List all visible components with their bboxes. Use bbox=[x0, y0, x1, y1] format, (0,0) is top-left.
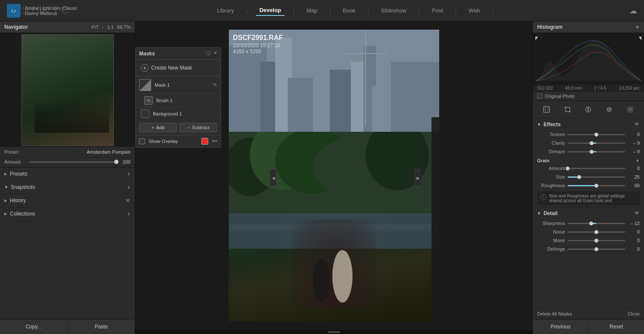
nav-slideshow[interactable]: Slideshow bbox=[377, 6, 410, 15]
preset-amount-thumb[interactable] bbox=[114, 160, 118, 164]
grain-arrow[interactable]: ▼ bbox=[635, 158, 640, 163]
nav-library[interactable]: Library bbox=[213, 6, 237, 15]
detail-eye-icon[interactable]: 👁 bbox=[634, 210, 640, 216]
nav-map[interactable]: Map bbox=[303, 6, 321, 15]
history-actions: ✕ bbox=[125, 197, 131, 203]
delete-all-masks-button[interactable]: Delete All Masks bbox=[537, 311, 572, 316]
snapshots-add-btn[interactable]: + bbox=[127, 184, 131, 190]
dehaze-thumb[interactable] bbox=[590, 150, 594, 154]
presets-add-btn[interactable]: + bbox=[127, 171, 131, 177]
moire-thumb[interactable] bbox=[595, 239, 598, 243]
info-icon: i bbox=[541, 194, 547, 200]
create-new-mask-button[interactable]: + Create New Mask bbox=[136, 60, 221, 76]
basic-adjustments-icon[interactable] bbox=[541, 103, 553, 115]
mask-info-icon[interactable]: ⓘ bbox=[206, 50, 211, 57]
shutter-speed: 1/1250 sec bbox=[619, 86, 640, 91]
snapshots-header[interactable]: ▼ Snapshots + bbox=[0, 181, 135, 194]
collapse-left-panel-button[interactable]: ◀ bbox=[270, 169, 276, 186]
collapse-right-panel-button[interactable]: ▶ bbox=[415, 169, 421, 186]
dehaze-slider[interactable] bbox=[568, 149, 625, 155]
zoom-1to1[interactable]: 1:1 bbox=[107, 24, 114, 30]
clarity-slider[interactable] bbox=[568, 140, 625, 146]
mask-add-button[interactable]: + Add bbox=[139, 123, 177, 132]
clarity-label: Clarity bbox=[537, 140, 565, 146]
grain-roughness-thumb[interactable] bbox=[595, 184, 598, 188]
defringe-slider[interactable] bbox=[568, 246, 625, 252]
defringe-thumb[interactable] bbox=[595, 247, 598, 251]
photo-background bbox=[229, 30, 439, 322]
overlay-color-swatch[interactable] bbox=[201, 138, 208, 145]
collections-header[interactable]: ▶ Collections + bbox=[0, 207, 135, 220]
detail-title-row: ▼ Detail bbox=[537, 210, 558, 216]
collections-add-btn[interactable]: + bbox=[127, 211, 131, 217]
histogram-arrow[interactable]: ▼ bbox=[635, 24, 640, 30]
zoom-fit[interactable]: FIT bbox=[91, 24, 99, 30]
grain-amount-slider[interactable] bbox=[568, 165, 625, 171]
snapshots-label: Snapshots bbox=[11, 184, 35, 190]
reset-button[interactable]: Reset bbox=[589, 319, 644, 334]
texture-slider[interactable] bbox=[568, 131, 625, 137]
clarity-row: Clarity – 9 bbox=[533, 139, 644, 147]
show-overlay-label: Show Overlay bbox=[149, 139, 198, 144]
healing-icon[interactable] bbox=[603, 103, 615, 115]
close-button[interactable]: Close bbox=[628, 311, 640, 316]
sharpness-slider[interactable] bbox=[568, 220, 625, 226]
effects-eye-icon[interactable]: 👁 bbox=[634, 121, 640, 128]
clarity-thumb[interactable] bbox=[590, 141, 594, 145]
sharpness-thumb[interactable] bbox=[589, 222, 593, 225]
paste-button[interactable]: Paste bbox=[68, 319, 135, 334]
grain-roughness-slider[interactable] bbox=[568, 182, 625, 188]
watermark: SINITC bbox=[21, 3, 71, 17]
preset-amount-slider[interactable] bbox=[29, 161, 116, 163]
masking-icon[interactable] bbox=[582, 103, 594, 115]
grain-header: Grain ▼ bbox=[533, 156, 644, 164]
overlay-more-button[interactable]: ••• bbox=[212, 138, 217, 144]
collections-triangle: ▶ bbox=[4, 212, 7, 216]
nav-develop[interactable]: Develop bbox=[256, 5, 285, 16]
settings-icon[interactable] bbox=[624, 103, 636, 115]
grain-amount-thumb[interactable] bbox=[566, 167, 570, 170]
preset-amount-label: Amount bbox=[4, 159, 26, 164]
mask-1-item[interactable]: Mask 1 ✎ bbox=[136, 76, 221, 94]
history-close-btn[interactable]: ✕ bbox=[125, 197, 131, 203]
zoom-pct[interactable]: 66.7% bbox=[117, 24, 131, 30]
nav-web[interactable]: Web bbox=[465, 6, 483, 15]
nav-book[interactable]: Book bbox=[339, 6, 359, 15]
cloud-icon[interactable]: ☁ bbox=[629, 6, 637, 15]
presets-actions: + bbox=[127, 171, 131, 177]
presets-header[interactable]: ▶ Presets + bbox=[0, 167, 135, 180]
dehaze-row: Dehaze – 9 bbox=[533, 147, 644, 156]
previous-button[interactable]: Previous bbox=[533, 319, 589, 334]
navigator-zoom: FIT - 1:1 66.7% bbox=[91, 24, 131, 30]
copy-button[interactable]: Copy... bbox=[0, 319, 68, 334]
crop-icon[interactable] bbox=[562, 103, 574, 115]
presets-section: ▶ Presets + bbox=[0, 167, 135, 181]
noise-thumb[interactable] bbox=[595, 230, 598, 234]
texture-thumb[interactable] bbox=[595, 133, 598, 137]
clarity-value: – 9 bbox=[628, 140, 640, 146]
mask-subtract-button[interactable]: − Subtract bbox=[179, 123, 217, 132]
mask-panel-header: Masks ⓘ ✕ bbox=[136, 48, 221, 60]
mask-close-icon[interactable]: ✕ bbox=[213, 50, 217, 57]
history-header[interactable]: ▶ History ✕ bbox=[0, 194, 135, 207]
prev-reset-row: Previous Reset bbox=[533, 319, 644, 334]
noise-row: Noise 0 bbox=[533, 228, 644, 236]
grain-size-slider[interactable] bbox=[568, 174, 625, 180]
detail-header[interactable]: ▼ Detail 👁 bbox=[533, 207, 644, 219]
mask-1-edit-icon[interactable]: ✎ bbox=[213, 82, 217, 88]
histogram-area bbox=[533, 33, 644, 85]
noise-slider[interactable] bbox=[568, 229, 625, 235]
original-photo-checkbox[interactable] bbox=[537, 94, 542, 99]
effects-header[interactable]: ▼ Effects 👁 bbox=[533, 118, 644, 130]
show-overlay-checkbox[interactable] bbox=[139, 138, 145, 144]
filmstrip-drag-handle[interactable] bbox=[328, 331, 340, 333]
photo-dimensions: 4160 x 5200 bbox=[233, 49, 283, 55]
history-triangle: ▶ bbox=[4, 198, 7, 203]
presets-title-row: ▶ Presets bbox=[4, 171, 27, 177]
background-1-item[interactable]: Background 1 bbox=[136, 107, 221, 120]
brush-1-item[interactable]: ✏ Brush 1 bbox=[136, 94, 221, 107]
moire-slider[interactable] bbox=[568, 237, 625, 243]
clarity-track bbox=[568, 143, 625, 144]
nav-print[interactable]: Print bbox=[428, 6, 447, 15]
grain-size-thumb[interactable] bbox=[577, 175, 581, 179]
